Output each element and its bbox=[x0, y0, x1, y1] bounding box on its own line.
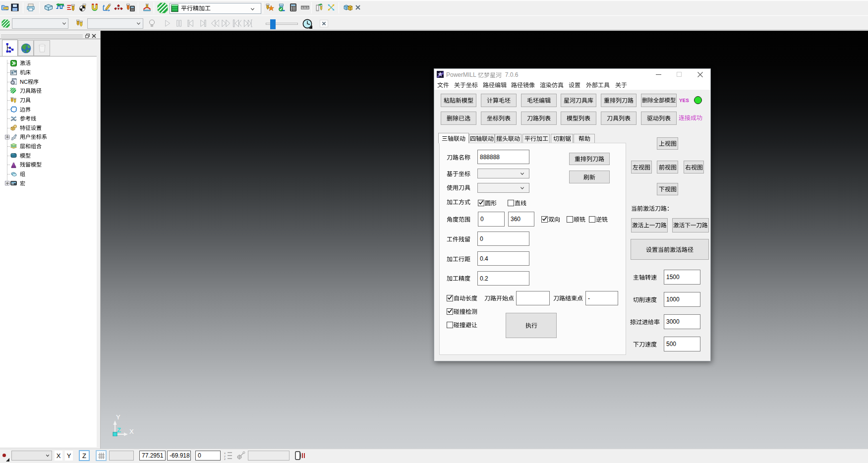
svg-text:Y: Y bbox=[116, 413, 120, 421]
svg-text:Z: Z bbox=[117, 426, 121, 434]
svg-text:z: z bbox=[224, 458, 226, 460]
svg-text:X: X bbox=[129, 428, 134, 435]
